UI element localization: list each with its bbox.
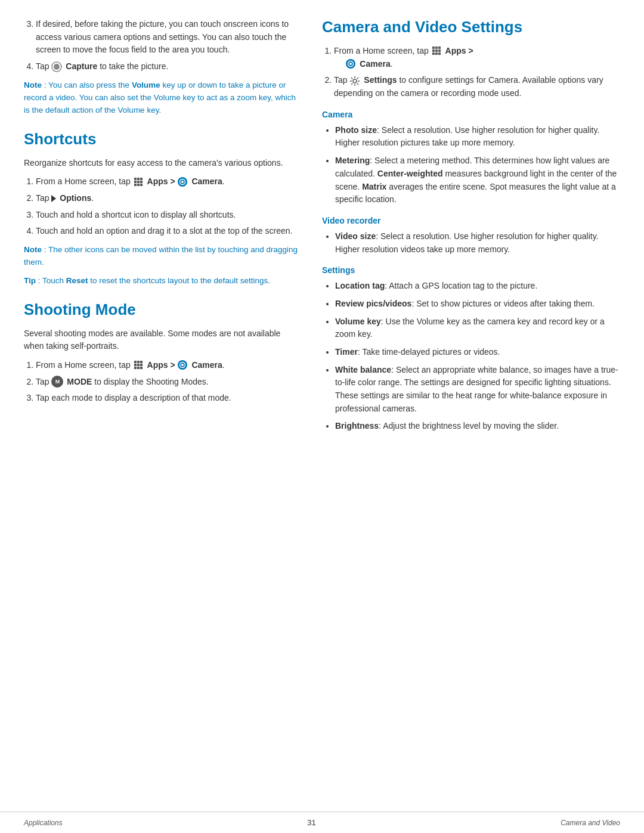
svg-line-43 (352, 78, 353, 79)
mode-icon: M (51, 376, 63, 388)
svg-rect-8 (134, 184, 137, 186)
settings-bullet-white-balance: White balance: Select an appropriate whi… (335, 364, 620, 416)
footer-center: 31 (307, 818, 315, 827)
apps-icon-shooting (133, 360, 144, 370)
shortcuts-section: Shortcuts Reorganize shortcuts for easy … (24, 130, 298, 287)
camera-video-section: Camera and Video Settings From a Home sc… (322, 18, 620, 433)
svg-rect-30 (435, 49, 438, 52)
note-bold1: Volume (132, 80, 160, 89)
video-bullets-list: Video size: Select a resolution. Use hig… (335, 230, 620, 256)
top-item-4: Tap Capture to take the picture. (36, 60, 298, 73)
shooting-mode-step-2: Tap M MODE to display the Shooting Modes… (36, 376, 298, 389)
note-label: Note (24, 80, 42, 89)
options-arrow-icon (51, 195, 56, 202)
svg-rect-6 (137, 181, 140, 183)
shooting-mode-intro: Several shooting modes are available. So… (24, 327, 298, 353)
settings-bullet-review: Review pics/videos: Set to show pictures… (335, 298, 620, 311)
camera-video-title: Camera and Video Settings (322, 18, 620, 36)
camera-video-list: From a Home screen, tap (334, 45, 620, 100)
svg-line-44 (357, 83, 358, 85)
svg-rect-16 (140, 361, 143, 363)
top-section: If desired, before taking the picture, y… (24, 18, 298, 117)
photo-size-bold: Photo size (335, 125, 377, 135)
svg-rect-15 (137, 361, 140, 363)
shortcuts-tip-text: : Touch (38, 276, 66, 285)
shortcuts-step-3: Touch and hold a shortcut icon to displa… (36, 209, 298, 222)
top-item-3: If desired, before taking the picture, y… (36, 18, 298, 57)
capture-icon (51, 61, 62, 72)
shortcuts-step-3-text: Touch and hold a shortcut icon to displa… (36, 210, 236, 219)
svg-rect-5 (134, 181, 137, 183)
shortcuts-step-4: Touch and hold an option and drag it to … (36, 225, 298, 238)
shortcuts-tip-label: Tip (24, 276, 36, 285)
svg-rect-31 (438, 49, 441, 52)
cv-step-2: Tap (334, 74, 620, 100)
camera-subsection-title: Camera (322, 110, 620, 119)
svg-rect-17 (134, 364, 137, 366)
shooting-mode-step-1: From a Home screen, tap (36, 359, 298, 372)
shooting-mode-section: Shooting Mode Several shooting modes are… (24, 301, 298, 405)
video-bullet-size: Video size: Select a resolution. Use hig… (335, 230, 620, 256)
note-text-1: : You can also press the (44, 80, 132, 89)
shortcuts-note: Note : The other icons can be moved with… (24, 244, 298, 269)
settings-bullet-brightness: Brightness: Adjust the brightness level … (335, 420, 620, 433)
white-balance-bold: White balance (335, 365, 391, 374)
svg-rect-28 (438, 47, 441, 49)
camera-icon-shortcuts (177, 176, 188, 187)
settings-bullet-volume: Volume key: Use the Volume key as the ca… (335, 315, 620, 341)
svg-rect-7 (140, 181, 143, 183)
brightness-bold: Brightness (335, 421, 379, 431)
shortcuts-note-text: : The other icons can be moved within th… (24, 245, 298, 267)
page: If desired, before taking the picture, y… (0, 0, 644, 833)
svg-rect-19 (140, 364, 143, 366)
settings-subsection: Settings Location tag: Attach a GPS loca… (322, 265, 620, 433)
svg-point-13 (181, 181, 184, 183)
review-bold: Review pics/videos (335, 299, 411, 308)
svg-rect-10 (140, 184, 143, 186)
left-column: If desired, before taking the picture, y… (24, 18, 298, 797)
shortcuts-title: Shortcuts (24, 130, 298, 148)
video-subsection: Video recorder Video size: Select a reso… (322, 216, 620, 256)
svg-rect-26 (432, 47, 435, 49)
shortcuts-step-1: From a Home screen, tap (36, 175, 298, 188)
svg-rect-4 (140, 178, 143, 180)
footer-right: Camera and Video (561, 819, 620, 827)
svg-point-38 (353, 79, 357, 83)
apps-icon-shortcuts (133, 176, 144, 187)
svg-rect-27 (435, 47, 438, 49)
svg-point-25 (181, 364, 184, 366)
center-weighted-bold: Center-weighted (377, 169, 443, 178)
svg-point-1 (54, 64, 60, 70)
shortcuts-tip-bold: Reset (66, 276, 88, 285)
svg-rect-20 (134, 367, 137, 369)
top-item-4-suffix: to take the picture. (100, 61, 168, 71)
top-note: Note : You can also press the Volume key… (24, 79, 298, 117)
svg-point-37 (349, 63, 352, 65)
apps-icon-cv (431, 45, 442, 56)
svg-rect-22 (140, 367, 143, 369)
camera-bullets-list: Photo size: Select a resolution. Use hig… (335, 124, 620, 206)
video-subsection-title: Video recorder (322, 216, 620, 225)
footer-left: Applications (24, 819, 63, 827)
capture-word: Capture (66, 61, 97, 71)
matrix-bold: Matrix (362, 182, 386, 191)
svg-rect-32 (432, 52, 435, 55)
svg-rect-9 (137, 184, 140, 186)
top-item-3-text: If desired, before taking the picture, y… (36, 19, 289, 54)
metering-bold: Metering (335, 156, 370, 165)
settings-bullet-location: Location tag: Attach a GPS location tag … (335, 280, 620, 293)
camera-subsection: Camera Photo size: Select a resolution. … (322, 110, 620, 206)
camera-icon-shooting (177, 360, 188, 370)
settings-bullet-timer: Timer: Take time-delayed pictures or vid… (335, 346, 620, 359)
svg-rect-14 (134, 361, 137, 363)
shortcuts-step-2: Tap Options. (36, 192, 298, 205)
svg-rect-29 (432, 49, 435, 52)
shortcuts-note-label: Note (24, 245, 42, 254)
right-column: Camera and Video Settings From a Home sc… (322, 18, 620, 797)
footer: Applications 31 Camera and Video (0, 812, 644, 833)
shooting-mode-step-3-text: Tap each mode to display a description o… (36, 393, 231, 402)
tap-label: Tap (36, 61, 49, 71)
location-tag-bold: Location tag (335, 281, 385, 290)
shortcuts-step-4-text: Touch and hold an option and drag it to … (36, 226, 292, 236)
svg-rect-2 (134, 178, 137, 180)
